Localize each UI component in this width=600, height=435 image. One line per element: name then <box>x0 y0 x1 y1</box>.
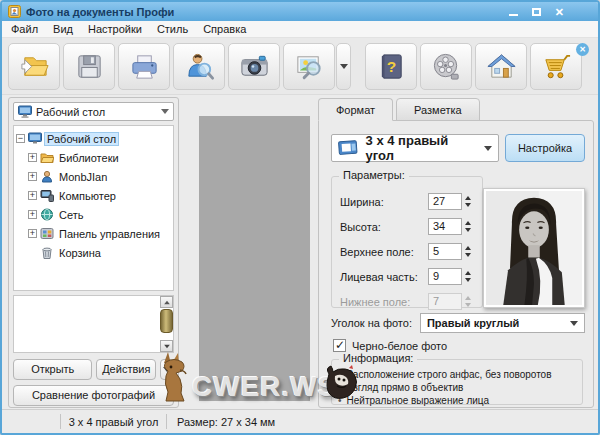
expand-icon[interactable] <box>28 191 37 200</box>
chevron-down-icon <box>163 367 171 372</box>
recycle-bin-icon <box>40 246 54 259</box>
tree-item-label: Сеть <box>57 209 85 221</box>
bottom-margin-input: 7 <box>428 293 462 310</box>
svg-text:?: ? <box>386 58 395 75</box>
status-size: Размер: 27 x 34 мм <box>167 416 275 428</box>
info-group: Информация: •Расположение строго анфас, … <box>331 359 583 405</box>
help-button[interactable]: ? <box>365 43 417 90</box>
format-panel: 3 x 4 правый угол Настройка Параметры: Ш… <box>318 120 594 408</box>
corner-value: Правый круглый <box>427 317 519 329</box>
print-icon <box>129 51 160 82</box>
face-part-stepper[interactable] <box>462 268 474 285</box>
open-icon <box>19 51 50 82</box>
face-part-input[interactable]: 9 <box>428 268 462 285</box>
tree-item-recycle-bin[interactable]: Корзина <box>16 243 171 262</box>
menu-item-help[interactable]: Справка <box>203 23 246 35</box>
width-stepper[interactable] <box>462 193 474 210</box>
tab-layout[interactable]: Разметка <box>396 98 480 121</box>
height-stepper[interactable] <box>462 218 474 235</box>
corner-combobox[interactable]: Правый круглый <box>420 313 585 333</box>
sample-photo <box>483 188 585 308</box>
view-photo-dropdown[interactable] <box>336 43 351 90</box>
camera-button[interactable] <box>228 43 280 90</box>
tree-item-libraries[interactable]: Библиотеки <box>16 148 171 167</box>
bw-checkbox[interactable] <box>333 339 346 352</box>
expand-icon[interactable] <box>28 210 37 219</box>
toolbar: ? <box>2 38 598 95</box>
top-margin-input[interactable]: 5 <box>428 243 462 260</box>
tree-item-label: MonbJIan <box>57 171 109 183</box>
width-input[interactable]: 27 <box>428 193 462 210</box>
tree-item-label: Компьютер <box>57 190 118 202</box>
folder-panel: Рабочий стол Рабочий стол Библиотеки <box>8 97 179 408</box>
collapse-icon[interactable] <box>16 134 25 143</box>
scrollbar[interactable] <box>160 296 173 352</box>
open-file-button[interactable]: Открыть <box>13 359 92 380</box>
tree-item-desktop[interactable]: Рабочий стол <box>16 129 171 148</box>
format-icon <box>338 139 360 157</box>
tree-item-control-panel[interactable]: Панель управления <box>16 224 171 243</box>
video-button[interactable] <box>420 43 472 90</box>
menu-item-view[interactable]: Вид <box>53 23 73 35</box>
photo-preview-canvas[interactable] <box>199 116 310 401</box>
find-person-button[interactable] <box>173 43 225 90</box>
maximize-icon[interactable] <box>532 8 541 16</box>
save-button[interactable] <box>63 43 115 90</box>
chevron-down-icon <box>484 146 492 151</box>
actions-dropdown[interactable] <box>160 359 174 380</box>
bw-checkbox-label: Черно-белое фото <box>352 340 447 352</box>
scroll-up-icon[interactable] <box>160 296 173 308</box>
close-icon[interactable]: ✕ <box>555 7 564 17</box>
bw-check-row: Черно-белое фото <box>333 339 447 352</box>
settings-button[interactable]: Настройка <box>505 134 585 162</box>
param-row-bottom-margin: Нижнее поле: 7 <box>340 289 474 314</box>
portrait-image <box>486 191 582 305</box>
corner-row: Уголок на фото: Правый круглый <box>331 313 585 333</box>
scrollbar-thumb[interactable] <box>160 309 173 333</box>
parameters-group: Параметры: Ширина: 27 Высота: 34 Верхнее… <box>331 176 483 308</box>
scroll-down-icon[interactable] <box>160 340 173 352</box>
location-combobox[interactable]: Рабочий стол <box>13 102 174 121</box>
bottom-margin-stepper <box>462 293 474 310</box>
network-icon <box>40 208 54 221</box>
tree-item-computer[interactable]: Компьютер <box>16 186 171 205</box>
minimize-icon[interactable] <box>509 14 518 16</box>
parameters-legend: Параметры: <box>339 169 409 181</box>
find-person-icon <box>184 51 215 82</box>
view-photo-button[interactable] <box>283 43 335 90</box>
home-button[interactable] <box>475 43 527 90</box>
user-icon <box>40 170 54 183</box>
title-bar: Фото на документы Профи ✕ <box>2 2 598 21</box>
tab-format[interactable]: Формат <box>318 98 393 121</box>
tree-item-user[interactable]: MonbJIan <box>16 167 171 186</box>
toolbar-close-icon[interactable]: ✕ <box>576 43 589 56</box>
desktop-icon <box>28 132 42 145</box>
tree-item-network[interactable]: Сеть <box>16 205 171 224</box>
save-icon <box>74 51 105 82</box>
menu-item-style[interactable]: Стиль <box>157 23 188 35</box>
status-bar: 3 x 4 правый угол Размер: 27 x 34 мм <box>2 409 598 433</box>
folder-icon <box>40 151 54 164</box>
expand-icon[interactable] <box>28 153 37 162</box>
buy-button[interactable] <box>530 43 582 90</box>
menu-item-file[interactable]: Файл <box>11 23 38 35</box>
height-input[interactable]: 34 <box>428 218 462 235</box>
desktop-icon <box>18 105 32 118</box>
param-row-top-margin: Верхнее поле: 5 <box>340 239 474 264</box>
expand-icon[interactable] <box>28 172 37 181</box>
param-row-height: Высота: 34 <box>340 214 474 239</box>
expand-icon[interactable] <box>28 229 37 238</box>
info-item: •Нейтральное выражение лица <box>338 394 576 407</box>
compare-photos-button[interactable]: Сравнение фотографий <box>13 385 174 406</box>
info-legend: Информация: <box>339 352 417 364</box>
file-list[interactable] <box>13 295 174 353</box>
menu-item-settings[interactable]: Настройки <box>88 23 142 35</box>
home-icon <box>486 51 517 82</box>
format-combobox[interactable]: 3 x 4 правый угол <box>331 134 499 162</box>
print-button[interactable] <box>118 43 170 90</box>
open-button[interactable] <box>8 43 60 90</box>
info-item: •Взгляд прямо в объектив <box>338 381 576 394</box>
top-margin-stepper[interactable] <box>462 243 474 260</box>
actions-button[interactable]: Действия <box>96 359 156 380</box>
buy-icon <box>541 51 572 82</box>
